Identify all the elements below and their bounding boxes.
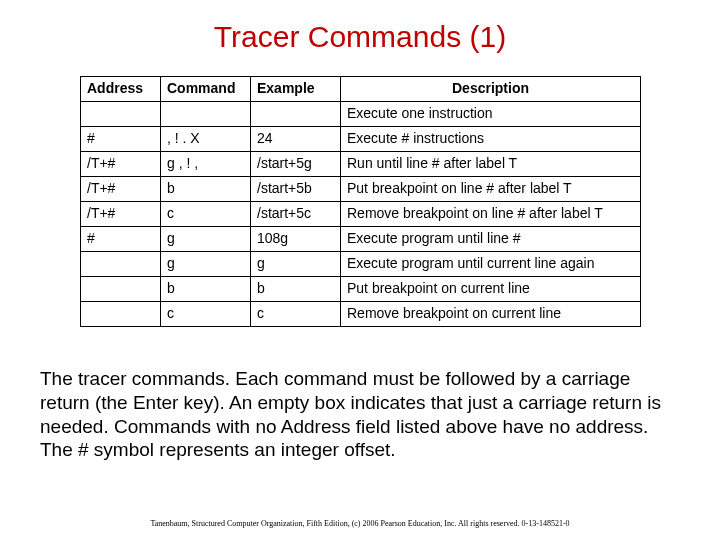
table-row: g g Execute program until current line a… — [81, 252, 641, 277]
cell-example: /start+5b — [251, 177, 341, 202]
cell-description: Execute program until current line again — [341, 252, 641, 277]
cell-command: c — [161, 302, 251, 327]
table-row: # , ! . X 24 Execute # instructions — [81, 127, 641, 152]
cell-description: Run until line # after label T — [341, 152, 641, 177]
cell-example: g — [251, 252, 341, 277]
cell-address: /T+# — [81, 177, 161, 202]
cell-description: Put breakpoint on line # after label T — [341, 177, 641, 202]
table-row: c c Remove breakpoint on current line — [81, 302, 641, 327]
cell-command: b — [161, 177, 251, 202]
col-header-example: Example — [251, 77, 341, 102]
cell-description: Put breakpoint on current line — [341, 277, 641, 302]
cell-example: /start+5c — [251, 202, 341, 227]
cell-address: # — [81, 227, 161, 252]
cell-command: c — [161, 202, 251, 227]
table-row: /T+# c /start+5c Remove breakpoint on li… — [81, 202, 641, 227]
cell-command: g , ! , — [161, 152, 251, 177]
cell-example: /start+5g — [251, 152, 341, 177]
cell-command: g — [161, 227, 251, 252]
slide-title: Tracer Commands (1) — [0, 20, 720, 54]
commands-table: Address Command Example Description Exec… — [80, 76, 641, 327]
cell-description: Execute # instructions — [341, 127, 641, 152]
footer-citation: Tanenbaum, Structured Computer Organizat… — [0, 519, 720, 528]
col-header-address: Address — [81, 77, 161, 102]
cell-example — [251, 102, 341, 127]
cell-description: Execute one instruction — [341, 102, 641, 127]
cell-address: /T+# — [81, 152, 161, 177]
col-header-description: Description — [341, 77, 641, 102]
table-row: /T+# g , ! , /start+5g Run until line # … — [81, 152, 641, 177]
cell-example: 24 — [251, 127, 341, 152]
cell-command: , ! . X — [161, 127, 251, 152]
table-row: # g 108g Execute program until line # — [81, 227, 641, 252]
cell-command — [161, 102, 251, 127]
table-row: Execute one instruction — [81, 102, 641, 127]
cell-command: b — [161, 277, 251, 302]
cell-address: /T+# — [81, 202, 161, 227]
cell-example: 108g — [251, 227, 341, 252]
cell-command: g — [161, 252, 251, 277]
commands-table-container: Address Command Example Description Exec… — [80, 76, 640, 327]
table-row: /T+# b /start+5b Put breakpoint on line … — [81, 177, 641, 202]
cell-address — [81, 302, 161, 327]
cell-address — [81, 102, 161, 127]
caption-text: The tracer commands. Each command must b… — [40, 367, 680, 462]
cell-address: # — [81, 127, 161, 152]
cell-description: Remove breakpoint on line # after label … — [341, 202, 641, 227]
cell-address — [81, 277, 161, 302]
table-header-row: Address Command Example Description — [81, 77, 641, 102]
cell-address — [81, 252, 161, 277]
cell-example: c — [251, 302, 341, 327]
table-row: b b Put breakpoint on current line — [81, 277, 641, 302]
cell-description: Execute program until line # — [341, 227, 641, 252]
col-header-command: Command — [161, 77, 251, 102]
cell-description: Remove breakpoint on current line — [341, 302, 641, 327]
cell-example: b — [251, 277, 341, 302]
